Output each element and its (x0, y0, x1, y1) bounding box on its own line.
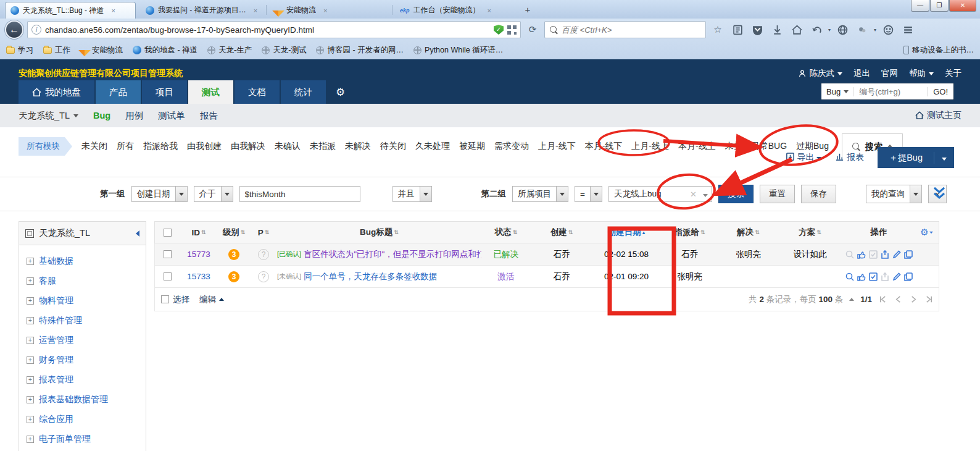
filter-lastmonth-offline[interactable]: 上月-线下 (538, 141, 576, 152)
qr-code-icon[interactable] (507, 25, 517, 35)
tab-close-icon[interactable]: × (323, 7, 327, 14)
about-link[interactable]: 关于 (945, 68, 961, 79)
row-checkbox[interactable] (164, 250, 172, 258)
module-item[interactable]: +物料管理 (19, 291, 146, 311)
home-icon[interactable] (789, 22, 805, 38)
new-tab-button[interactable]: + (520, 5, 535, 16)
copy-icon[interactable] (903, 250, 913, 259)
addon-icon[interactable] (854, 22, 870, 38)
module-link[interactable]: 运营管理 (39, 335, 73, 346)
nav-my-dashboard[interactable]: 我的地盘 (19, 80, 94, 104)
col-title[interactable]: Bug标题⇅ (277, 227, 481, 238)
field2-select[interactable]: 所属项目 (512, 186, 568, 202)
subnav-testtask[interactable]: 测试单 (158, 110, 185, 122)
footer-checkbox[interactable] (161, 295, 169, 303)
module-item[interactable]: +财务管理 (19, 350, 146, 370)
module-link[interactable]: 特殊件管理 (39, 315, 82, 326)
official-site-link[interactable]: 官网 (881, 68, 898, 79)
browser-tab-workbench[interactable]: ekp 工作台（安能物流） × (395, 2, 516, 19)
module-link[interactable]: 客服 (39, 276, 56, 287)
undo-icon[interactable] (808, 22, 824, 38)
first-page-icon[interactable] (878, 295, 887, 304)
dropdown-button[interactable] (420, 187, 431, 201)
my-query-select[interactable]: 我的查询 (866, 185, 922, 203)
view-icon[interactable] (845, 250, 855, 259)
quick-go-input[interactable] (854, 87, 927, 96)
module-item[interactable]: +运营管理 (19, 331, 146, 350)
save-button[interactable]: 保存 (801, 185, 836, 203)
bug-id-link[interactable]: 15773 (187, 250, 210, 259)
expand-icon[interactable]: + (27, 416, 34, 423)
filter-lastmonth-online[interactable]: 上月-线上 (631, 141, 669, 152)
filter-postponed[interactable]: 被延期 (459, 141, 485, 152)
addon-caret-icon[interactable]: ▾ (874, 27, 876, 33)
select-page-button[interactable]: 选择 (161, 294, 189, 305)
browser-search-box[interactable] (544, 21, 706, 38)
op1-select[interactable]: 介于 (194, 186, 233, 202)
col-id[interactable]: ID⇅ (180, 228, 218, 237)
tab-close-icon[interactable]: × (254, 7, 257, 14)
create-bug-button[interactable]: ＋提Bug (878, 147, 954, 168)
user-menu[interactable]: 陈庆武 (798, 68, 843, 79)
resolve-check-icon[interactable] (868, 272, 878, 282)
per-page-caret-icon[interactable] (849, 298, 854, 301)
dropdown-button[interactable] (556, 187, 568, 201)
module-item[interactable]: +基础数据 (19, 251, 146, 271)
expand-icon[interactable]: + (27, 436, 34, 443)
go-button[interactable]: GO! (927, 87, 953, 96)
batch-edit-button[interactable]: 编辑 (199, 294, 224, 305)
chevron-down-icon[interactable] (699, 190, 712, 199)
subnav-report[interactable]: 报告 (200, 110, 218, 122)
col-pri[interactable]: P⇅ (250, 228, 277, 237)
quick-go-type-select[interactable]: Bug (821, 87, 854, 96)
browser-tab-ane[interactable]: 安能物流 × (269, 2, 390, 19)
module-link[interactable]: 物料管理 (39, 295, 73, 306)
nav-doc[interactable]: 文档 (235, 80, 280, 104)
help-menu[interactable]: 帮助 (909, 68, 934, 79)
back-button[interactable]: ← (5, 20, 23, 39)
module-item[interactable]: +客服 (19, 271, 146, 291)
bookmark-star-icon[interactable]: ☆ (710, 22, 726, 38)
close-bug-icon[interactable] (880, 272, 890, 282)
edit-pencil-icon[interactable] (892, 272, 902, 282)
restore-button[interactable]: ❐ (930, 0, 949, 12)
row-checkbox[interactable] (164, 272, 172, 280)
nav-project[interactable]: 项目 (142, 80, 187, 104)
module-link[interactable]: 报表管理 (39, 374, 73, 386)
reload-icon[interactable]: ⟳ (525, 22, 541, 38)
filter-resolved-me[interactable]: 由我解决 (231, 141, 265, 152)
col-created-date[interactable]: 创建日期▴ (592, 227, 660, 238)
dropdown-button[interactable] (590, 187, 602, 201)
bookmark-zentao[interactable]: 我的地盘 - 禅道 (133, 45, 197, 56)
filter-thismonth-offline[interactable]: 本月-线下 (585, 141, 623, 152)
confirm-thumbsup-icon[interactable] (857, 250, 866, 259)
bookmark-tianlong-prod[interactable]: 天龙-生产 (207, 45, 252, 56)
andor-select[interactable]: 并且 (392, 186, 432, 202)
filter-all[interactable]: 所有 (117, 141, 134, 152)
prev-page-icon[interactable] (894, 295, 903, 304)
filter-longtime[interactable]: 久未处理 (415, 141, 450, 152)
col-assigned[interactable]: 指派给⇅ (660, 227, 719, 238)
module-item[interactable]: +综合应用 (19, 410, 146, 429)
op2-select[interactable]: = (575, 186, 602, 202)
tab-close-icon[interactable]: × (111, 7, 115, 14)
col-creator[interactable]: 创建⇅ (531, 227, 592, 238)
module-tag[interactable]: 所有模块 (19, 137, 72, 156)
dropdown-button[interactable] (221, 187, 233, 201)
bookmark-folder-work[interactable]: 工作 (43, 45, 70, 56)
resolve-check-icon[interactable] (868, 250, 878, 259)
bug-title-link[interactable]: 盲区件状态为"已打印"，但是不显示打印网点和打印时间 (304, 249, 481, 260)
filter-unconfirmed[interactable]: 未确认 (275, 141, 301, 152)
tab-close-icon[interactable]: × (488, 7, 491, 14)
subnav-case[interactable]: 用例 (125, 110, 143, 122)
expand-icon[interactable]: + (27, 396, 34, 403)
table-settings-gear[interactable]: ⚙ (915, 227, 939, 238)
filter-daily-bug[interactable]: 未关闭日常BUG (725, 141, 787, 152)
col-severity[interactable]: 级别⇅ (218, 227, 250, 238)
filter-thismonth-online[interactable]: 本月-线上 (678, 141, 716, 152)
search-button[interactable]: 搜索 (718, 185, 754, 203)
bookmark-mobile[interactable]: 移动设备上的书… (903, 45, 974, 56)
adblock-shield-icon[interactable]: ✓ (494, 25, 504, 35)
bug-title-link[interactable]: 同一个单号，天龙存在多条签收数据 (304, 271, 437, 282)
browser-search-input[interactable] (562, 25, 700, 35)
